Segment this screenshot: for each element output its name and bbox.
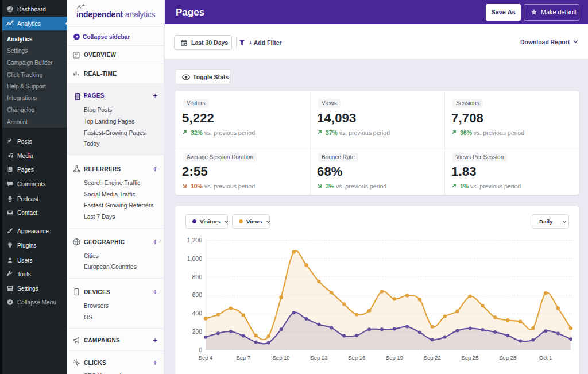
svg-text:200: 200: [192, 328, 202, 335]
svg-text:Sep 16: Sep 16: [348, 354, 365, 361]
svg-text:Sep 13: Sep 13: [310, 354, 327, 361]
svg-text:Oct 1: Oct 1: [539, 354, 552, 361]
svg-text:400: 400: [192, 310, 202, 317]
svg-text:1,000: 1,000: [187, 255, 202, 262]
svg-text:Sep 28: Sep 28: [499, 354, 516, 361]
svg-text:0: 0: [199, 346, 202, 353]
svg-text:Sep 7: Sep 7: [236, 354, 250, 361]
svg-text:Sep 19: Sep 19: [386, 354, 403, 361]
svg-text:1,200: 1,200: [187, 237, 202, 244]
svg-text:Sep 22: Sep 22: [424, 354, 441, 361]
svg-text:800: 800: [192, 273, 202, 280]
svg-text:Sep 10: Sep 10: [273, 354, 290, 361]
svg-text:Sep 4: Sep 4: [199, 354, 213, 361]
svg-text:600: 600: [192, 291, 202, 298]
svg-text:Sep 25: Sep 25: [461, 354, 478, 361]
